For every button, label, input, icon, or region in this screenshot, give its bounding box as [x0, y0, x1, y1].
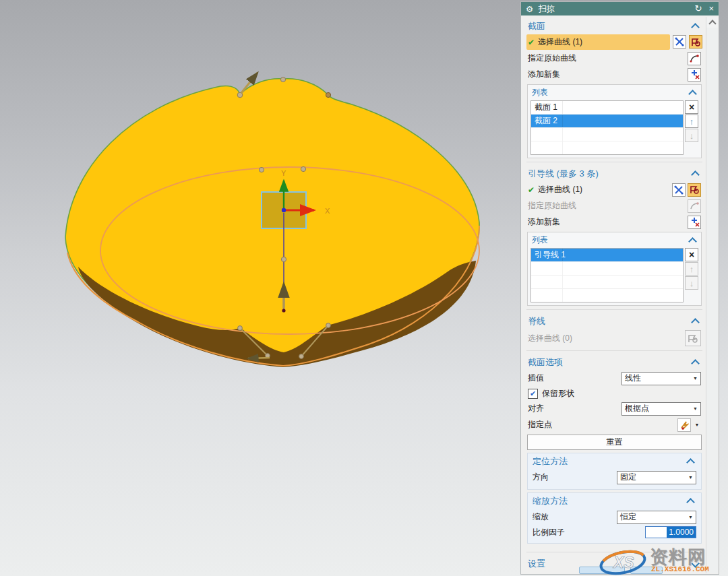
guides-list: 引导线 1 — [530, 248, 684, 302]
section-list-header[interactable]: 列表 — [530, 86, 698, 100]
dialog-body: 截面 ✔ 选择曲线 (1) 指定原 — [521, 15, 706, 574]
collapse-chevron-icon[interactable] — [686, 498, 695, 507]
add-new-set-icon[interactable] — [688, 216, 701, 229]
guides-list-group: 列表 引导线 1 × ↑ — [527, 232, 702, 306]
guides-origin-curve-row: 指定原始曲线 — [526, 198, 702, 214]
axis-y-label: Y — [281, 169, 286, 177]
move-up-icon[interactable]: ↑ — [685, 115, 698, 128]
sweep-dialog: ⚙ 扫掠 ↻ × 截面 ✔ 选择曲线 (1) — [520, 1, 719, 575]
section-list: 截面 1 截面 2 — [530, 100, 684, 155]
direction-dropdown[interactable]: 固定 ▼ — [617, 471, 696, 484]
direction-row: 方向 固定 ▼ — [531, 470, 698, 485]
spine-group-header[interactable]: 脊线 — [526, 313, 702, 329]
add-new-set-icon[interactable] — [688, 68, 701, 82]
mid-point-handle[interactable] — [281, 257, 286, 261]
move-down-icon[interactable]: ↓ — [685, 129, 698, 142]
curve-rule-icon[interactable] — [688, 183, 701, 197]
guides-select-curve-row[interactable]: ✔ 选择曲线 (1) — [526, 182, 702, 197]
scaling-dropdown[interactable]: 恒定 ▼ — [617, 511, 696, 524]
section-point[interactable] — [326, 323, 331, 328]
section-add-new-set-row[interactable]: 添加新集 — [526, 67, 702, 82]
scale-factor-input[interactable]: 1.0000 — [645, 526, 696, 538]
bottom-button-fragment[interactable] — [579, 567, 625, 574]
application-window: Y X ⚙ 扫掠 ↻ × 截 — [0, 0, 728, 576]
preserve-shape-checkbox[interactable]: ✔ — [528, 389, 538, 399]
section-select-curve-row[interactable]: ✔ 选择曲线 (1) — [526, 34, 670, 50]
orientation-method-box: 定位方法 方向 固定 ▼ — [527, 453, 702, 490]
curve-rule-icon[interactable] — [689, 35, 702, 49]
scaling-row: 缩放 恒定 ▼ — [531, 509, 698, 525]
interpolation-row: 插值 线性 ▼ — [526, 371, 702, 386]
spine-select-curve-row: 选择曲线 (0) — [526, 329, 702, 347]
collapse-chevron-icon[interactable] — [686, 458, 695, 467]
section-point[interactable] — [299, 354, 304, 359]
list-item-empty — [531, 276, 683, 289]
remove-item-icon[interactable]: × — [685, 100, 698, 114]
reset-button[interactable]: 重置 — [527, 435, 702, 450]
chevron-down-icon: ▼ — [688, 475, 693, 480]
edge-point[interactable] — [280, 77, 285, 82]
scale-factor-row: 比例因子 1.0000 — [531, 525, 698, 539]
list-item-selected[interactable]: 截面 2 — [531, 115, 683, 128]
dialog-close-icon[interactable]: × — [708, 3, 714, 15]
guides-add-new-set-row[interactable]: 添加新集 — [526, 214, 702, 230]
alignment-dropdown[interactable]: 根据点 ▼ — [621, 402, 701, 416]
guides-group-header[interactable]: 引导线 (最多 3 条) — [526, 166, 702, 181]
section-group-header[interactable]: 截面 — [526, 18, 702, 34]
origin-curve-icon — [688, 199, 701, 213]
list-item-selected[interactable]: 引导线 1 — [531, 249, 683, 262]
interpolation-dropdown[interactable]: 线性 ▼ — [621, 372, 701, 385]
dialog-titlebar[interactable]: ⚙ 扫掠 ↻ × — [521, 2, 719, 15]
dialog-title: 扫掠 — [538, 3, 555, 15]
alignment-row: 对齐 根据点 ▼ — [526, 401, 702, 416]
list-item[interactable]: 截面 1 — [531, 101, 683, 115]
collapse-chevron-icon[interactable] — [691, 23, 700, 32]
scaling-method-header[interactable]: 缩放方法 — [531, 494, 698, 509]
scale-factor-value: 1.0000 — [667, 527, 696, 538]
orientation-method-header[interactable]: 定位方法 — [531, 455, 698, 469]
check-icon: ✔ — [528, 38, 535, 47]
dialog-reset-icon[interactable]: ↻ — [695, 3, 702, 15]
collapse-chevron-icon[interactable] — [688, 237, 697, 246]
edge-point[interactable] — [326, 92, 330, 97]
move-up-icon[interactable]: ↑ — [685, 262, 698, 276]
point-dialog-icon[interactable] — [677, 418, 691, 432]
guide-point[interactable] — [259, 167, 264, 172]
options-group-header[interactable]: 截面选项 — [526, 354, 702, 370]
end-point[interactable] — [282, 309, 285, 312]
check-icon: ✔ — [528, 185, 535, 195]
expand-chevron-icon[interactable] — [691, 559, 700, 568]
scrollbar-up-icon[interactable] — [706, 17, 718, 28]
dialog-scrollbar[interactable] — [706, 17, 718, 573]
list-item-empty — [531, 141, 683, 154]
scaling-method-box: 缩放方法 缩放 恒定 ▼ 比例因子 1.0000 — [527, 492, 702, 544]
specify-point-row: 指定点 ▼ — [526, 417, 702, 433]
list-item-empty — [531, 128, 683, 141]
point-options-dropdown[interactable]: ▼ — [693, 418, 701, 432]
guides-list-header[interactable]: 列表 — [530, 233, 698, 248]
section-list-group: 列表 截面 1 截面 2 × — [527, 84, 702, 158]
axis-x-label: X — [325, 207, 330, 215]
deselect-icon[interactable] — [673, 35, 686, 49]
deselect-icon[interactable] — [672, 183, 686, 197]
bottom-button-fragment[interactable] — [630, 567, 663, 574]
collapse-chevron-icon[interactable] — [688, 90, 697, 98]
preserve-shape-row[interactable]: ✔ 保留形状 — [526, 387, 702, 400]
section-origin-curve-row[interactable]: 指定原始曲线 — [526, 51, 702, 66]
section-point[interactable] — [238, 326, 243, 331]
origin-curve-icon[interactable] — [688, 52, 701, 65]
guide-point[interactable] — [301, 166, 305, 171]
remove-item-icon[interactable]: × — [685, 248, 698, 261]
gear-icon: ⚙ — [526, 4, 533, 14]
curve-rule-icon — [685, 330, 701, 346]
list-item-empty — [531, 262, 683, 276]
collapse-chevron-icon[interactable] — [691, 359, 700, 368]
bottom-direction-arrow[interactable] — [248, 358, 270, 358]
move-down-icon[interactable]: ↓ — [685, 276, 698, 290]
chevron-down-icon: ▼ — [693, 376, 698, 381]
chevron-down-icon: ▼ — [693, 406, 698, 411]
chevron-down-icon: ▼ — [688, 515, 693, 519]
collapse-chevron-icon[interactable] — [691, 318, 700, 327]
list-item-empty — [531, 289, 683, 302]
collapse-chevron-icon[interactable] — [691, 170, 700, 179]
